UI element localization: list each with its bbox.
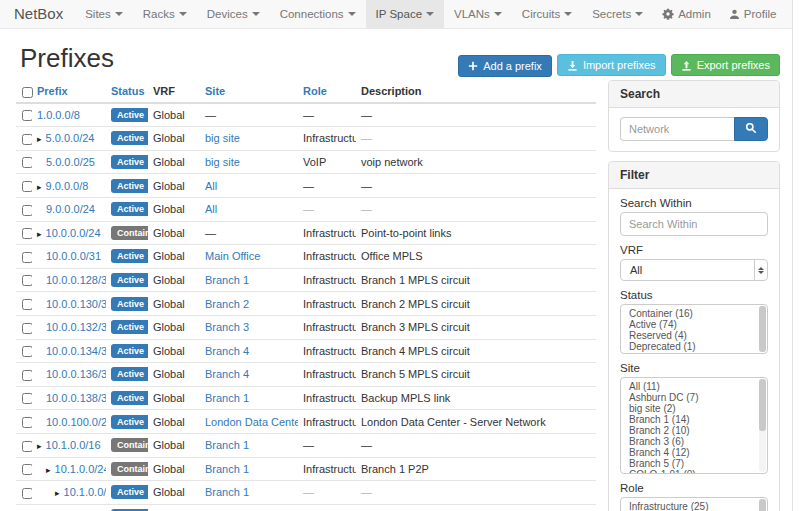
site-link[interactable]: big site (205, 132, 240, 144)
row-checkbox[interactable] (22, 370, 32, 381)
row-checkbox[interactable] (22, 157, 32, 168)
expand-arrow-icon[interactable]: ▸ (37, 182, 42, 192)
search-button[interactable] (734, 117, 768, 141)
prefix-link[interactable]: 5.0.0.0/24 (46, 132, 95, 144)
role-option[interactable]: Infrastructure (25) (629, 501, 755, 511)
site-link[interactable]: Branch 4 (205, 345, 249, 357)
status-option[interactable]: Container (16) (629, 308, 755, 319)
prefix-link[interactable]: 9.0.0.0/24 (46, 203, 95, 215)
select-all-checkbox[interactable] (22, 87, 33, 98)
row-checkbox[interactable] (22, 441, 32, 452)
site-link[interactable]: Branch 4 (205, 368, 249, 380)
import-prefixes-button[interactable]: Import prefixes (557, 54, 666, 76)
site-option[interactable]: Branch 4 (12) (629, 447, 755, 458)
vrf-select[interactable]: All (620, 259, 768, 281)
site-option[interactable]: Branch 1 (14) (629, 414, 755, 425)
site-link[interactable]: Branch 1 (205, 486, 249, 498)
row-checkbox[interactable] (22, 228, 32, 239)
prefix-link[interactable]: 10.1.0.0/16 (46, 439, 101, 451)
nav-item-racks[interactable]: Racks (133, 0, 197, 28)
role-listbox[interactable]: Infrastructure (25)Management (8)Private… (620, 497, 768, 511)
status-option[interactable]: Deprecated (1) (629, 341, 755, 352)
nav-item-secrets[interactable]: Secrets (582, 0, 653, 28)
prefix-link[interactable]: 10.1.0.0/24 (55, 463, 106, 475)
expand-arrow-icon[interactable]: ▸ (37, 441, 42, 451)
scrollbar-thumb[interactable] (759, 379, 766, 431)
nav-item-profile[interactable]: Profile (720, 0, 786, 28)
nav-item-ip-space[interactable]: IP Space (366, 0, 444, 28)
nav-item-vlans[interactable]: VLANs (444, 0, 512, 28)
prefix-link[interactable]: 10.0.0.138/31 (46, 392, 106, 404)
search-input[interactable] (620, 117, 734, 141)
column-header-prefix[interactable]: Prefix (32, 80, 106, 103)
brand-netbox[interactable]: NetBox (0, 0, 75, 28)
site-link[interactable]: big site (205, 156, 240, 168)
site-link[interactable]: Main Office (205, 250, 260, 262)
site-link[interactable]: Branch 3 (205, 321, 249, 333)
row-checkbox[interactable] (22, 464, 32, 475)
scrollbar-thumb[interactable] (759, 499, 766, 511)
prefix-link[interactable]: 9.0.0.0/8 (46, 180, 89, 192)
prefix-link[interactable]: 10.0.0.136/31 (46, 368, 106, 380)
nav-item-circuits[interactable]: Circuits (512, 0, 582, 28)
nav-item-sites[interactable]: Sites (75, 0, 133, 28)
status-listbox[interactable]: Container (16)Active (74)Reserved (4)Dep… (620, 304, 768, 354)
row-checkbox[interactable] (22, 346, 32, 357)
site-option[interactable]: big site (2) (629, 403, 755, 414)
search-within-input[interactable] (620, 212, 768, 236)
row-checkbox[interactable] (22, 299, 32, 310)
site-option[interactable]: COLO-1-01 (0) (629, 469, 755, 474)
add-a-prefix-button[interactable]: Add a prefix (458, 55, 552, 77)
nav-item-devices[interactable]: Devices (197, 0, 270, 28)
site-link[interactable]: Branch 1 (205, 439, 249, 451)
site-option[interactable]: All (11) (629, 381, 755, 392)
site-link[interactable]: Branch 1 (205, 463, 249, 475)
site-link[interactable]: All (205, 203, 217, 215)
expand-arrow-icon[interactable]: ▸ (37, 229, 42, 239)
row-checkbox[interactable] (22, 205, 32, 216)
scrollbar-thumb[interactable] (759, 306, 766, 352)
row-checkbox[interactable] (22, 488, 32, 499)
row-checkbox[interactable] (22, 393, 32, 404)
row-checkbox[interactable] (22, 181, 32, 192)
nav-item-admin[interactable]: Admin (653, 0, 720, 28)
column-header-status[interactable]: Status (106, 80, 148, 103)
prefix-link[interactable]: 10.0.100.0/24 (46, 416, 106, 428)
row-checkbox[interactable] (22, 110, 32, 121)
site-option[interactable]: Branch 2 (10) (629, 425, 755, 436)
expand-arrow-icon[interactable]: ▸ (46, 465, 51, 475)
site-listbox[interactable]: All (11)Ashburn DC (7)big site (2)Branch… (620, 377, 768, 474)
site-link[interactable]: London Data Center (205, 416, 298, 428)
row-checkbox[interactable] (22, 323, 32, 334)
row-checkbox[interactable] (22, 134, 32, 145)
site-link[interactable]: Branch 1 (205, 274, 249, 286)
prefix-link[interactable]: 5.0.0.0/25 (46, 156, 95, 168)
prefix-link[interactable]: 1.0.0.0/8 (37, 109, 80, 121)
prefix-link[interactable]: 10.0.0.130/31 (46, 298, 106, 310)
site-link[interactable]: All (205, 180, 217, 192)
site-option[interactable]: Ashburn DC (7) (629, 392, 755, 403)
prefix-link[interactable]: 10.0.0.128/31 (46, 274, 106, 286)
row-select-cell (16, 481, 32, 505)
export-prefixes-button[interactable]: Export prefixes (671, 54, 780, 76)
prefix-link[interactable]: 10.0.0.0/24 (46, 227, 101, 239)
nav-item-connections[interactable]: Connections (270, 0, 366, 28)
expand-arrow-icon[interactable]: ▸ (37, 134, 42, 144)
status-option[interactable]: Reserved (4) (629, 330, 755, 341)
row-checkbox[interactable] (22, 252, 32, 263)
site-option[interactable]: Branch 3 (6) (629, 436, 755, 447)
site-link[interactable]: Branch 1 (205, 392, 249, 404)
status-option[interactable]: Active (74) (629, 319, 755, 330)
column-header-role[interactable]: Role (298, 80, 356, 103)
column-header-site[interactable]: Site (200, 80, 298, 103)
prefix-link[interactable]: 10.0.0.0/31 (46, 250, 101, 262)
prefix-link[interactable]: 10.0.0.134/31 (46, 345, 106, 357)
row-checkbox[interactable] (22, 417, 32, 428)
prefix-link[interactable]: 10.1.0.0/25 (64, 486, 106, 498)
site-option[interactable]: Branch 5 (7) (629, 458, 755, 469)
expand-arrow-icon[interactable]: ▸ (55, 488, 60, 498)
browser-scrollbar[interactable] (792, 0, 800, 511)
prefix-link[interactable]: 10.0.0.132/31 (46, 321, 106, 333)
site-link[interactable]: Branch 2 (205, 298, 249, 310)
row-checkbox[interactable] (22, 275, 32, 286)
